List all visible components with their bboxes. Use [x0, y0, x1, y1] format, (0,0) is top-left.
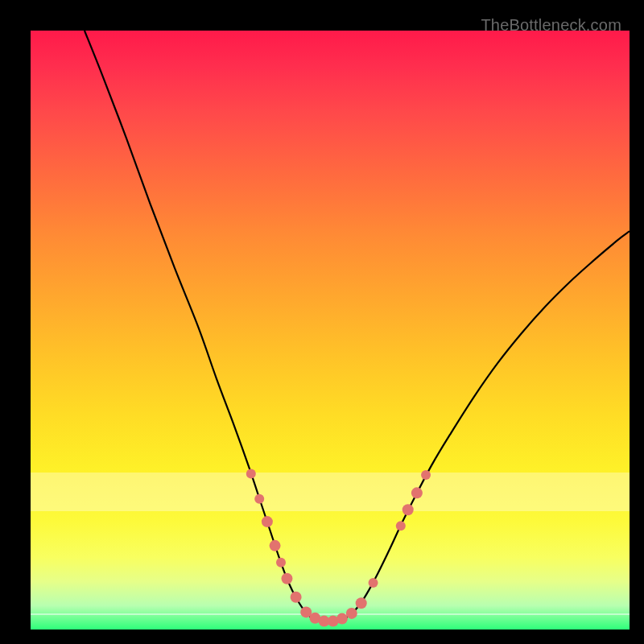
- data-dot: [411, 487, 423, 498]
- data-dot: [270, 540, 281, 551]
- bottleneck-curve: [85, 31, 630, 622]
- data-dot: [262, 516, 273, 527]
- data-dot: [396, 521, 406, 530]
- chart-svg: [31, 31, 630, 630]
- data-dot: [369, 578, 378, 588]
- data-dots: [246, 469, 431, 627]
- plot-area: [31, 31, 630, 630]
- data-dot: [276, 558, 286, 568]
- data-dot: [254, 494, 264, 504]
- data-dot: [346, 608, 357, 619]
- data-dot: [336, 613, 348, 625]
- data-dot: [246, 469, 256, 479]
- data-dot: [281, 573, 292, 584]
- data-dot: [421, 470, 431, 480]
- chart-frame: TheBottleneck.com: [8, 8, 636, 636]
- data-dot: [291, 592, 302, 603]
- data-dot: [356, 597, 367, 609]
- data-dot: [402, 504, 414, 515]
